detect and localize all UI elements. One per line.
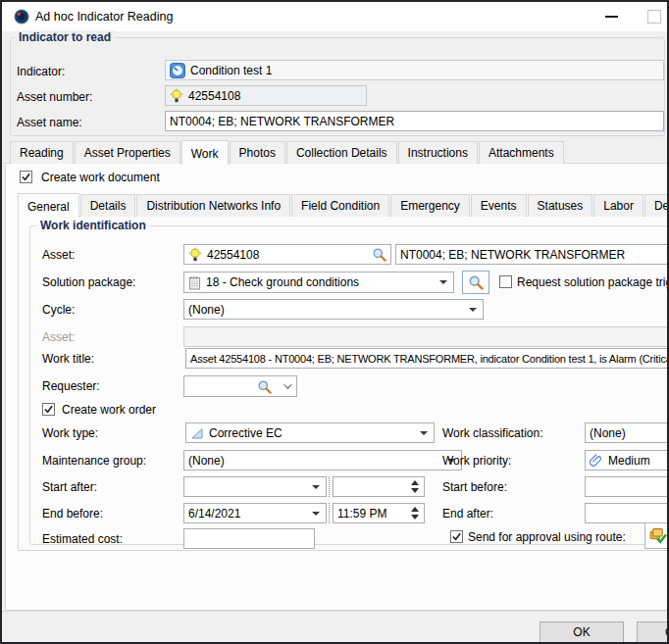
work-priority-value: Medium (608, 454, 650, 468)
approval-route-button[interactable] (644, 522, 669, 549)
maintenance-group-value: (None) (188, 454, 225, 468)
asset-number-value: 42554108 (188, 89, 240, 103)
chevron-down-icon (312, 512, 320, 516)
chevron-down-icon[interactable] (283, 380, 291, 388)
create-work-order-label: Create work order (62, 403, 156, 417)
notepad-icon (188, 275, 201, 290)
app-gauge-icon (14, 9, 29, 25)
cycle-value: (None) (188, 303, 225, 317)
group-title: Work identification (36, 219, 150, 232)
work-type-label: Work type: (42, 426, 98, 440)
search-icon[interactable] (372, 247, 387, 263)
tab-photos[interactable]: Photos (230, 141, 285, 164)
time-spinner[interactable] (409, 504, 421, 522)
asset-lookup-field[interactable]: 42554108 (183, 244, 391, 265)
work-title-field[interactable]: Asset 42554108 - NT0004; EB; NETWORK TRA… (185, 348, 669, 369)
estimated-cost-field[interactable] (183, 528, 315, 549)
start-after-date-combo[interactable] (183, 476, 327, 497)
end-before-date-combo[interactable]: 6/14/2021 (183, 503, 327, 523)
asset-name-value: NT0004; EB; NETWORK TRANSFORMER (170, 115, 394, 128)
window-title: Ad hoc Indicator Reading (35, 2, 173, 31)
inner-tab-distribution-networks-info[interactable]: Distribution Networks Info (136, 194, 290, 217)
create-work-document-label: Create work document (41, 171, 160, 184)
solution-package-label: Solution package: (42, 275, 135, 289)
inner-tab-field-condition[interactable]: Field Condition (291, 194, 389, 217)
time-spinner[interactable] (409, 477, 421, 496)
search-icon[interactable] (257, 379, 273, 395)
request-solution-package-trigger-checkbox[interactable] (499, 275, 512, 288)
spin-down-icon (411, 515, 419, 520)
search-icon (468, 274, 485, 291)
cancel-button-label: Cancel (665, 625, 669, 639)
end-before-time-field[interactable]: 11:59 PM (333, 503, 425, 523)
minimize-button[interactable] (605, 16, 618, 18)
maximize-button[interactable] (647, 10, 661, 24)
inner-tab-events[interactable]: Events (471, 194, 527, 217)
tab-asset-properties[interactable]: Asset Properties (75, 141, 180, 164)
work-title-label: Work title: (42, 352, 94, 366)
spin-up-icon (411, 507, 419, 512)
asset-number-value: 42554108 (207, 248, 259, 262)
inner-tab-general[interactable]: General (18, 193, 79, 218)
end-before-date-value: 6/14/2021 (188, 507, 240, 520)
group-title: Indicator to read (15, 30, 115, 44)
tab-instructions[interactable]: Instructions (398, 141, 478, 164)
footer-bar: OK Cancel (2, 611, 667, 642)
ok-button-label: OK (573, 625, 590, 639)
indicator-to-read-group: Indicator to read Indicator: Condition t… (10, 37, 665, 136)
create-work-order-checkbox[interactable] (42, 403, 55, 416)
tab-attachments[interactable]: Attachments (479, 141, 564, 164)
requester-lookup-field[interactable] (183, 375, 297, 397)
indicator-label: Indicator: (17, 65, 65, 78)
indicator-field[interactable]: Condition test 1 (165, 60, 664, 80)
solution-package-search-button[interactable] (462, 271, 489, 294)
work-classification-label: Work classification: (442, 426, 542, 440)
maintenance-group-combo[interactable]: (None) (183, 450, 462, 471)
send-for-approval-checkbox[interactable] (450, 530, 463, 543)
spin-up-icon (411, 480, 419, 485)
lightbulb-icon (188, 247, 202, 263)
cycle-combo[interactable]: (None) (183, 299, 484, 320)
tab-reading[interactable]: Reading (10, 141, 74, 164)
asset-name-field[interactable]: NT0004; EB; NETWORK TRANSFORMER (395, 244, 669, 265)
work-priority-label: Work priority: (442, 454, 511, 468)
work-classification-value: (None) (590, 426, 626, 440)
end-before-time-value: 11:59 PM (337, 507, 386, 520)
work-priority-combo[interactable]: Medium (585, 450, 669, 471)
chevron-down-icon (439, 280, 447, 284)
tab-collection-details[interactable]: Collection Details (286, 141, 397, 164)
work-type-combo[interactable]: Corrective EC (185, 422, 435, 443)
create-work-document-checkbox[interactable] (20, 171, 32, 183)
inner-tab-details[interactable]: Details (80, 194, 136, 217)
spin-down-icon (411, 488, 419, 493)
tab-work[interactable]: Work (181, 140, 229, 165)
request-solution-package-trigger-label: Request solution package trigger (517, 275, 669, 289)
end-after-field[interactable] (585, 503, 669, 523)
asset-name-label: Asset name: (17, 116, 82, 129)
asset-name-field[interactable]: NT0004; EB; NETWORK TRANSFORMER (165, 111, 664, 131)
gauge-icon (170, 63, 185, 78)
start-before-field[interactable] (585, 476, 669, 497)
cycle-label: Cycle: (42, 303, 75, 317)
cancel-button[interactable]: Cancel (637, 621, 669, 643)
inner-tab-description[interactable]: Description (644, 194, 669, 217)
work-classification-combo[interactable]: (None) (585, 422, 669, 443)
asset-number-field[interactable]: 42554108 (165, 85, 367, 106)
work-title-value: Asset 42554108 - NT0004; EB; NETWORK TRA… (190, 353, 669, 365)
ok-button[interactable]: OK (540, 621, 624, 643)
main-tab-strip: Reading Asset Properties Work Photos Col… (10, 140, 565, 164)
date-time-separator (329, 503, 330, 523)
end-after-label: End after: (442, 507, 493, 520)
end-before-label: End before: (42, 507, 103, 520)
inner-tab-statuses[interactable]: Statuses (528, 194, 593, 217)
estimated-cost-label: Estimated cost: (42, 532, 123, 546)
paperclip-icon (590, 454, 603, 468)
inner-tab-emergency[interactable]: Emergency (390, 194, 470, 217)
chevron-down-icon (420, 431, 428, 435)
work-identification-group: Work identification Asset: 42554108 NT00… (29, 225, 669, 545)
inner-tab-labor[interactable]: Labor (593, 194, 643, 217)
solution-package-value: 18 - Check ground conditions (206, 275, 359, 289)
start-after-time-field[interactable] (333, 476, 425, 497)
solution-package-combo[interactable]: 18 - Check ground conditions (183, 272, 454, 293)
dialog-window: Ad hoc Indicator Reading Indicator to re… (0, 0, 669, 644)
